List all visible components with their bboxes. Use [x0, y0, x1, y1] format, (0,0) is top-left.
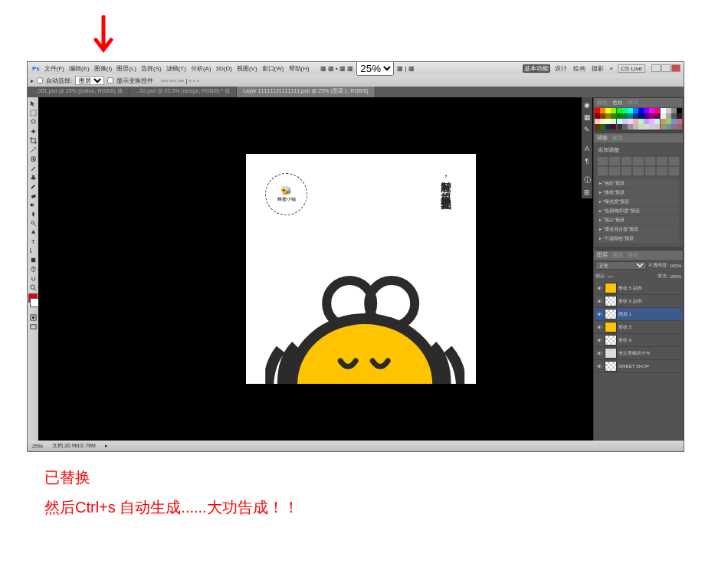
wand-tool[interactable] [28, 127, 38, 136]
adjustment-preset[interactable]: ▸ "通道混合器"预设 [598, 225, 679, 234]
swatch-cell[interactable] [628, 124, 633, 129]
menu-layer[interactable]: 图层(L) [115, 64, 138, 73]
maximize-button[interactable] [661, 64, 671, 72]
layer-item[interactable]: 👁形状 5 [595, 321, 682, 334]
layer-visibility-icon[interactable]: 👁 [595, 323, 603, 331]
swatch-cell[interactable] [628, 119, 633, 124]
swatch-cell[interactable] [633, 124, 638, 129]
workspace-button[interactable]: 基本功能 [523, 64, 550, 73]
cs-live[interactable]: CS Live [618, 64, 645, 73]
layer-item[interactable]: 👁SWEET SHOP [595, 360, 682, 373]
layer-name[interactable]: 专注养蜂四十年 [618, 350, 681, 357]
channels-tab[interactable]: 通道 [612, 251, 623, 259]
swatch-cell[interactable] [595, 113, 600, 119]
swatch-cell[interactable] [666, 124, 671, 129]
swatch-cell[interactable] [649, 124, 654, 129]
swatch-cell[interactable] [605, 108, 611, 113]
workspace-photo[interactable]: 摄影 [590, 64, 605, 73]
history-brush-tool[interactable] [28, 182, 38, 191]
lasso-tool[interactable] [28, 118, 38, 126]
swatch-cell[interactable] [605, 119, 611, 124]
swatch-cell[interactable] [595, 124, 600, 129]
swatch-cell[interactable] [644, 124, 649, 129]
swatch-cell[interactable] [633, 113, 638, 119]
swatch-cell[interactable] [617, 119, 622, 124]
gradient-tool[interactable] [28, 201, 38, 209]
adjustment-preset[interactable]: ▸ "黑白"预设 [598, 216, 679, 224]
eyedropper-tool[interactable] [28, 146, 38, 154]
swatch-cell[interactable] [671, 113, 677, 119]
swatch-cell[interactable] [654, 108, 660, 113]
layers-list[interactable]: 👁形状 5 副本👁形状 6 副本👁图层 1👁形状 5👁形状 6👁T专注养蜂四十年… [594, 281, 683, 374]
swatch-cell[interactable] [677, 119, 682, 124]
layer-name[interactable]: SWEET SHOP [618, 364, 681, 369]
char-icon[interactable]: A [582, 143, 592, 154]
swatch-cell[interactable] [666, 113, 671, 119]
swatch-cell[interactable] [617, 113, 622, 119]
close-button[interactable] [671, 64, 680, 72]
color-tab[interactable]: 颜色 [597, 99, 608, 106]
adjustments-tab[interactable]: 调整 [597, 134, 608, 142]
zoom-tool[interactable] [28, 283, 38, 292]
menu-help[interactable]: 帮助(H) [287, 64, 311, 73]
swatch-cell[interactable] [611, 119, 616, 124]
layer-name[interactable]: 图层 1 [618, 311, 681, 318]
layer-visibility-icon[interactable]: 👁 [595, 349, 603, 357]
swatch-cell[interactable] [666, 108, 671, 113]
brush-preset-icon[interactable]: ✎ [582, 124, 592, 135]
history-icon[interactable]: ◉ [582, 100, 592, 110]
stamp-tool[interactable] [28, 173, 38, 182]
paths-tab[interactable]: 路径 [628, 251, 638, 259]
workspace-painting[interactable]: 绘画 [572, 64, 587, 73]
swatch-cell[interactable] [622, 119, 628, 124]
adjustment-preset[interactable]: ▸ "色阶"预设 [598, 179, 679, 188]
adjustment-preset[interactable]: ▸ "曲线"预设 [598, 188, 679, 197]
swatch-cell[interactable] [654, 113, 660, 119]
shape-tool[interactable] [28, 256, 38, 264]
canvas[interactable]: 🐝 蜂蜜小铺 智能对象，很简单 我是孙圣朝 [246, 154, 476, 384]
crop-tool[interactable] [28, 136, 38, 145]
layer-item[interactable]: 👁形状 5 副本 [595, 282, 682, 295]
adjustment-icons[interactable] [596, 156, 680, 177]
swatch-cell[interactable] [611, 124, 616, 129]
swatch-cell[interactable] [611, 108, 616, 113]
menu-select[interactable]: 选择(S) [139, 64, 163, 73]
swatch-cell[interactable] [661, 113, 666, 119]
menu-window[interactable]: 窗口(W) [261, 64, 286, 73]
swatch-cell[interactable] [671, 119, 677, 124]
fill-value[interactable]: 100% [670, 274, 681, 279]
type-tool[interactable]: T [28, 238, 38, 246]
swatch-cell[interactable] [600, 124, 605, 129]
zoom-dropdown[interactable]: 25% [356, 61, 394, 76]
swatch-cell[interactable] [644, 113, 649, 119]
auto-select-dropdown[interactable]: 图层 [75, 76, 104, 85]
doc-tab-2[interactable]: ...02.psd @ 33.3% (design, RGB/8) * 填 [130, 87, 237, 97]
layer-visibility-icon[interactable]: 👁 [595, 336, 603, 344]
layer-name[interactable]: 形状 6 [618, 337, 681, 344]
swatch-cell[interactable] [671, 108, 677, 113]
hand-tool[interactable] [28, 274, 38, 283]
layer-visibility-icon[interactable]: 👁 [595, 297, 603, 305]
swatch-cell[interactable] [595, 108, 600, 113]
swatch-cell[interactable] [644, 119, 649, 124]
swatch-cell[interactable] [638, 119, 644, 124]
swatches-tab[interactable]: 色板 [612, 99, 623, 106]
swatch-cell[interactable] [654, 119, 660, 124]
brush-tool[interactable] [28, 164, 38, 172]
menu-filter[interactable]: 滤镜(T) [165, 64, 188, 73]
swatch-cell[interactable] [617, 108, 622, 113]
styles-tab[interactable]: 样式 [628, 99, 638, 106]
layer-visibility-icon[interactable]: 👁 [595, 362, 603, 370]
swatch-cell[interactable] [649, 119, 654, 124]
swatch-cell[interactable] [677, 124, 682, 129]
swatch-cell[interactable] [677, 108, 682, 113]
swatch-cell[interactable] [622, 108, 628, 113]
doc-tab-1[interactable]: ...001.psd @ 25% (button, RGB/8) 填 [28, 87, 130, 97]
swatch-cell[interactable] [622, 113, 628, 119]
swatch-cell[interactable] [661, 108, 666, 113]
dodge-tool[interactable] [28, 219, 38, 228]
swatch-cell[interactable] [628, 113, 633, 119]
swatches-grid[interactable] [594, 107, 683, 130]
layer-item[interactable]: 👁形状 6 [595, 334, 682, 347]
eraser-tool[interactable] [28, 192, 38, 200]
